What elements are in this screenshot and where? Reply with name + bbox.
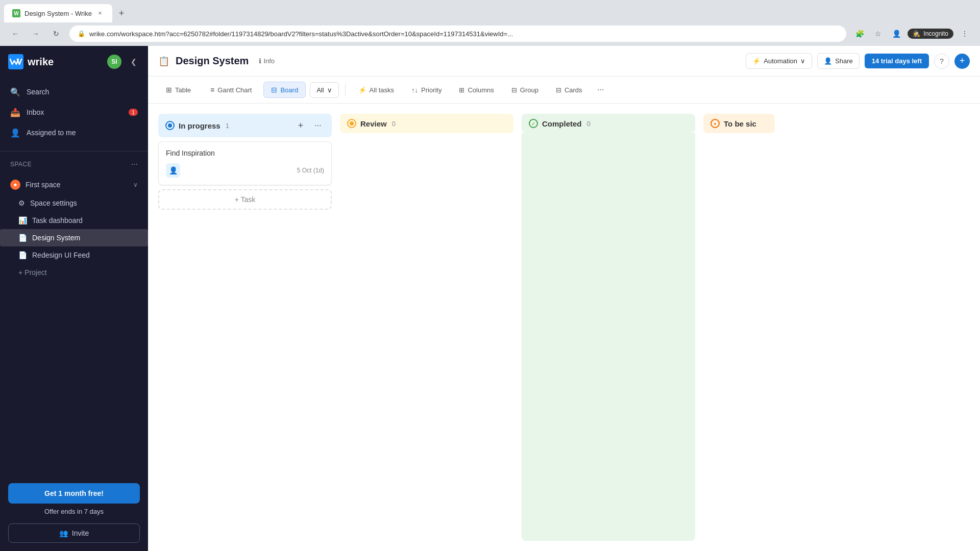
trial-badge[interactable]: 14 trial days left — [865, 54, 929, 68]
active-tab[interactable]: W Design System - Wrike × — [4, 4, 112, 22]
gantt-view-label: Gantt Chart — [217, 86, 252, 94]
board-view-button[interactable]: ⊟ Board — [263, 82, 306, 98]
all-tasks-filter-button[interactable]: ⚡ All tasks — [352, 82, 401, 98]
help-button[interactable]: ? — [934, 54, 949, 69]
task-meta: 👤 5 Oct (1d) — [166, 163, 324, 178]
group-label: Group — [520, 86, 538, 94]
inbox-icon: 📥 — [10, 107, 20, 117]
browser-chrome: W Design System - Wrike × + ← → ↻ 🔒 wrik… — [0, 0, 980, 46]
sidebar-item-assigned[interactable]: 👤 Assigned to me — [0, 122, 148, 143]
sidebar-item-search[interactable]: 🔍 Search — [0, 82, 148, 102]
main-content: 📋 Design System ℹ Info ⚡ Automation ∨ 👤 … — [148, 46, 980, 551]
profile-button[interactable]: 👤 — [889, 27, 903, 41]
reload-button[interactable]: ↻ — [49, 27, 63, 41]
priority-button[interactable]: ↑↓ Priority — [405, 82, 448, 98]
col-count-review: 0 — [392, 120, 396, 128]
share-icon: 👤 — [824, 57, 832, 65]
toolbar-more-button[interactable]: ··· — [593, 82, 608, 97]
columns-button[interactable]: ⊞ Columns — [452, 82, 500, 98]
wrike-logo-text: wrike — [28, 56, 54, 68]
columns-icon: ⊞ — [459, 86, 464, 94]
add-item-button[interactable]: + — [954, 54, 970, 69]
priority-label: Priority — [421, 86, 442, 94]
lock-icon: 🔒 — [78, 30, 85, 37]
sidebar-item-task-dashboard[interactable]: 📊 Task dashboard — [0, 212, 148, 229]
assigned-icon: 👤 — [10, 128, 20, 138]
inbox-label: Inbox — [27, 108, 44, 116]
table-view-icon: ⊞ — [166, 86, 172, 94]
table-view-button[interactable]: ⊞ Table — [158, 82, 199, 98]
sidebar-footer: Get 1 month free! Offer ends in 7 days 👥… — [0, 475, 148, 551]
status-icon-review — [347, 119, 356, 128]
info-button[interactable]: ℹ Info — [255, 55, 279, 67]
col-add-button-in-progress[interactable]: + — [294, 119, 307, 132]
sidebar-item-redesign-ui[interactable]: 📄 Redesign UI Feed — [0, 246, 148, 264]
space-settings-icon: ⚙ — [18, 199, 25, 207]
user-avatar[interactable]: SI — [107, 55, 121, 69]
invite-button[interactable]: 👥 Invite — [8, 523, 140, 543]
add-project-button[interactable]: + Project — [0, 264, 148, 281]
sidebar-item-space-settings[interactable]: ⚙ Space settings — [0, 194, 148, 212]
address-bar: ← → ↻ 🔒 wrike.com/workspace.htm?acc=6250… — [0, 22, 980, 45]
col-body-review — [340, 133, 513, 541]
table-view-label: Table — [175, 86, 191, 94]
col-title-review: Review — [360, 119, 387, 128]
task-dashboard-icon: 📊 — [18, 216, 27, 224]
cards-label: Cards — [565, 86, 582, 94]
search-label: Search — [27, 88, 49, 96]
redesign-ui-label: Redesign UI Feed — [32, 251, 90, 259]
info-icon: ℹ — [259, 57, 261, 65]
add-task-button-in-progress[interactable]: + Task — [158, 189, 332, 210]
close-tab-button[interactable]: × — [96, 9, 104, 17]
promo-sub-text: Offer ends in 7 days — [8, 508, 140, 515]
group-button[interactable]: ⊟ Group — [505, 82, 545, 98]
status-icon-in-progress — [165, 121, 175, 130]
sidebar-collapse-button[interactable]: ❮ — [128, 56, 140, 68]
new-tab-button[interactable]: + — [114, 6, 129, 20]
gantt-view-button[interactable]: ≡ Gantt Chart — [203, 82, 259, 98]
col-title-completed: Completed — [542, 119, 582, 128]
space-chevron-icon: ∨ — [133, 181, 138, 188]
extensions-button[interactable]: 🧩 — [852, 27, 867, 41]
task-card-find-inspiration[interactable]: Find Inspiration 👤 5 Oct (1d) — [158, 141, 332, 185]
wrike-logo-icon — [8, 54, 23, 69]
col-title-in-progress: In progress — [179, 121, 220, 130]
col-more-button-in-progress[interactable]: ··· — [311, 119, 325, 132]
share-label: Share — [835, 57, 853, 65]
sidebar-item-inbox[interactable]: 📥 Inbox 1 — [0, 102, 148, 122]
first-space-label: First space — [26, 181, 60, 189]
assigned-label: Assigned to me — [27, 129, 76, 137]
sidebar-item-design-system[interactable]: 📄 Design System — [0, 229, 148, 246]
col-body-in-progress: Find Inspiration 👤 5 Oct (1d) + Task — [158, 137, 332, 541]
col-title-to-be: To be sic — [724, 119, 756, 128]
column-in-progress: In progress 1 + ··· Find Inspiration 👤 5… — [158, 114, 332, 541]
page-header-actions: ⚡ Automation ∨ 👤 Share 14 trial days lef… — [746, 53, 970, 69]
redesign-ui-icon: 📄 — [18, 251, 27, 259]
share-button[interactable]: 👤 Share — [817, 53, 860, 69]
group-icon: ⊟ — [511, 86, 517, 94]
space-header-text: Space — [10, 161, 127, 168]
board-view-label: Board — [280, 86, 298, 94]
bookmark-button[interactable]: ☆ — [871, 27, 885, 41]
info-label: Info — [263, 57, 275, 65]
menu-button[interactable]: ⋮ — [958, 27, 972, 41]
tab-favicon: W — [12, 9, 20, 17]
board-view-icon: ⊟ — [271, 86, 277, 94]
inbox-badge: 1 — [129, 109, 138, 116]
promo-button[interactable]: Get 1 month free! — [8, 483, 140, 504]
automation-button[interactable]: ⚡ Automation ∨ — [746, 53, 812, 69]
cards-button[interactable]: ⊟ Cards — [549, 82, 589, 98]
forward-button[interactable]: → — [29, 27, 43, 41]
task-dashboard-label: Task dashboard — [32, 216, 83, 224]
all-filter-dropdown[interactable]: All ∨ — [310, 82, 338, 98]
space-more-button[interactable]: ··· — [131, 160, 138, 169]
column-review: Review 0 — [340, 114, 513, 541]
automation-chevron-icon: ∨ — [800, 57, 805, 65]
col-body-completed — [522, 133, 695, 541]
url-bar[interactable]: 🔒 wrike.com/workspace.htm?acc=6250782#fo… — [69, 26, 846, 42]
back-button[interactable]: ← — [8, 27, 22, 41]
priority-icon: ↑↓ — [411, 86, 418, 94]
sidebar-item-first-space[interactable]: ★ First space ∨ — [0, 175, 148, 194]
task-assignee-avatar: 👤 — [166, 163, 180, 178]
sidebar: wrike SI ❮ 🔍 Search 📥 Inbox 1 👤 Assigned… — [0, 46, 148, 551]
